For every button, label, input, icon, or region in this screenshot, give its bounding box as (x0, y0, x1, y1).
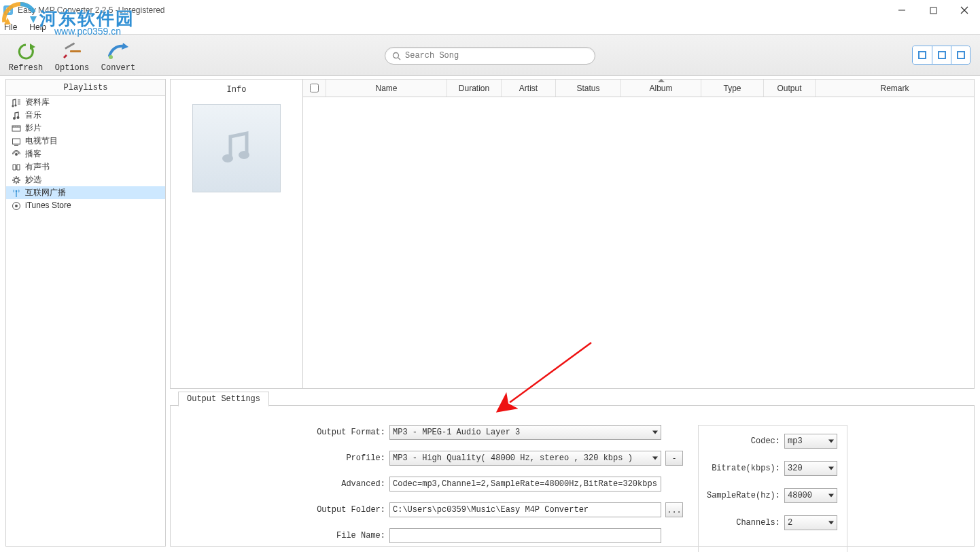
search-box[interactable] (385, 47, 595, 65)
store-icon (10, 201, 22, 211)
browse-folder-button[interactable]: ... (665, 502, 683, 517)
chevron-down-icon (828, 440, 834, 443)
menu-help[interactable]: Help (29, 22, 46, 32)
svg-point-43 (15, 205, 18, 207)
info-panel: Info (171, 80, 302, 388)
view-toggle-group (912, 46, 970, 65)
refresh-button[interactable]: Refresh (5, 37, 46, 73)
music-icon (10, 111, 22, 120)
output-folder-field[interactable]: C:\Users\pc0359\Music\Easy M4P Converter (389, 502, 661, 517)
sidebar-item-label: 音乐 (25, 109, 41, 122)
svg-line-39 (14, 182, 14, 182)
podcast-icon (10, 150, 22, 159)
column-remark[interactable]: Remark (816, 80, 974, 97)
svg-point-25 (15, 126, 16, 126)
view-toggle-3[interactable] (951, 46, 970, 64)
view-toggle-2[interactable] (932, 46, 951, 64)
svg-rect-4 (930, 7, 937, 14)
column-type[interactable]: Type (701, 80, 764, 97)
tv-icon (10, 137, 22, 146)
sidebar-header: Playlists (6, 80, 165, 96)
filename-field[interactable] (389, 528, 661, 543)
app-icon (3, 5, 14, 16)
svg-rect-9 (65, 42, 75, 50)
column-artist[interactable]: Artist (502, 80, 556, 97)
output-settings-wrap: Output Settings Output Format: MP3 - MPE… (170, 392, 975, 547)
filename-label: File Name: (304, 531, 385, 540)
profile-combo[interactable]: MP3 - High Quality( 48000 Hz, stereo , 3… (389, 451, 661, 466)
window-title: Easy M4P Converter 2.2.5 -Unregistered (18, 5, 165, 15)
menu-file[interactable]: File (4, 22, 17, 32)
column-checkbox[interactable] (303, 80, 326, 97)
svg-marker-11 (122, 43, 128, 50)
svg-line-36 (14, 177, 14, 178)
sidebar-item-label: 影片 (25, 122, 41, 135)
sidebar-item-store[interactable]: iTunes Store (6, 199, 165, 212)
output-format-combo[interactable]: MP3 - MPEG-1 Audio Layer 3 (389, 425, 661, 440)
maximize-button[interactable] (917, 0, 949, 20)
sidebar-item-radio[interactable]: 互联网广播 (6, 186, 165, 199)
options-label: Options (55, 63, 89, 73)
bitrate-value: 320 (788, 464, 803, 473)
minimize-button[interactable] (886, 0, 917, 20)
refresh-label: Refresh (9, 63, 43, 73)
convert-label: Convert (101, 63, 135, 73)
svg-point-16 (14, 104, 16, 106)
column-name[interactable]: Name (326, 80, 447, 97)
bitrate-combo[interactable]: 320 (784, 461, 837, 476)
column-duration[interactable]: Duration (447, 80, 502, 97)
gear-icon (10, 175, 22, 185)
radio-icon (10, 188, 22, 198)
convert-icon (107, 40, 130, 63)
channels-combo[interactable]: 2 (784, 515, 837, 530)
search-input[interactable] (405, 51, 588, 61)
svg-point-44 (222, 154, 233, 162)
search-icon (392, 52, 401, 61)
sidebar-item-gear[interactable]: 妙选 (6, 173, 165, 186)
sidebar-item-music[interactable]: 音乐 (6, 109, 165, 122)
advanced-field[interactable]: Codec=mp3,Channel=2,SampleRate=48000Hz,B… (389, 477, 661, 491)
column-status[interactable]: Status (556, 80, 621, 97)
svg-marker-10 (63, 54, 67, 58)
convert-button[interactable]: Convert (98, 37, 139, 73)
svg-point-20 (13, 117, 16, 120)
output-format-label: Output Format: (304, 428, 385, 437)
main-area: Playlists 资料库音乐影片电视节目播客有声书妙选互联网广播iTunes … (0, 76, 980, 552)
svg-line-37 (18, 182, 19, 182)
left-settings: Output Format: MP3 - MPEG-1 Audio Layer … (181, 425, 698, 552)
sidebar-item-podcast[interactable]: 播客 (6, 148, 165, 160)
sidebar-item-library[interactable]: 资料库 (6, 96, 165, 109)
sidebar-item-movie[interactable]: 影片 (6, 122, 165, 135)
samplerate-value: 48000 (788, 491, 812, 500)
right-settings: Codec: mp3 Bitrate(kbps): 320 (698, 425, 847, 552)
column-album[interactable]: Album (621, 80, 701, 97)
codec-combo[interactable]: mp3 (784, 434, 837, 449)
close-button[interactable] (949, 0, 980, 20)
options-icon (60, 40, 84, 63)
advanced-label: Advanced: (304, 479, 385, 489)
svg-point-13 (393, 52, 399, 58)
output-settings-tab[interactable]: Output Settings (178, 392, 269, 407)
view-toggle-1[interactable] (913, 46, 932, 64)
select-all-checkbox[interactable] (310, 84, 319, 92)
music-note-icon (213, 124, 260, 172)
refresh-icon (15, 40, 37, 63)
codec-label: Codec: (705, 436, 780, 446)
sidebar-item-label: 资料库 (25, 96, 50, 109)
samplerate-combo[interactable]: 48000 (784, 488, 837, 503)
advanced-value: Codec=mp3,Channel=2,SampleRate=48000Hz,B… (393, 479, 657, 489)
svg-point-29 (15, 153, 18, 156)
svg-point-41 (16, 190, 18, 192)
bitrate-label: Bitrate(kbps): (705, 464, 780, 473)
svg-point-26 (17, 126, 18, 126)
sidebar-item-audiobook[interactable]: 有声书 (6, 160, 165, 173)
toolbar: Refresh Options Convert (0, 34, 980, 76)
options-button[interactable]: Options (52, 37, 92, 73)
column-output[interactable]: Output (764, 80, 816, 97)
sidebar: Playlists 资料库音乐影片电视节目播客有声书妙选互联网广播iTunes … (5, 79, 166, 547)
chevron-down-icon (652, 431, 658, 434)
sidebar-item-tv[interactable]: 电视节目 (6, 135, 165, 148)
svg-point-15 (12, 105, 14, 107)
chevron-down-icon (828, 467, 834, 470)
profile-minus-button[interactable]: - (665, 451, 683, 466)
